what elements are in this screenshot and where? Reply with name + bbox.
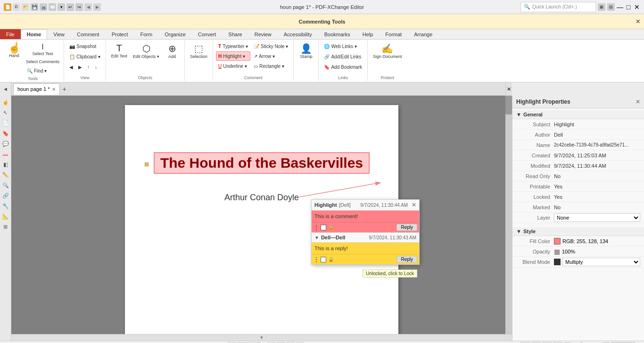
sidebar-grid-icon[interactable]: ⊞ bbox=[1, 222, 10, 231]
open-icon[interactable]: 📂 bbox=[22, 3, 29, 11]
typewriter-button[interactable]: T Typewriter ▾ bbox=[216, 41, 250, 51]
sidebar-search-icon[interactable]: 🔍 bbox=[1, 180, 10, 190]
tab-bookmarks[interactable]: Bookmarks bbox=[318, 29, 356, 39]
minimize-button[interactable]: — bbox=[617, 4, 623, 10]
select-comments-button[interactable]: Select Comments bbox=[25, 58, 61, 65]
edit-text-button[interactable]: T Edit Text bbox=[109, 41, 130, 74]
reply-chevron-icon[interactable]: ▼ bbox=[314, 235, 319, 240]
sidebar-measure-icon[interactable]: 📐 bbox=[1, 212, 10, 221]
nav-btn4[interactable]: ↓ bbox=[92, 62, 99, 72]
scroll-thumb[interactable] bbox=[505, 96, 512, 114]
reply-checkbox[interactable] bbox=[321, 257, 326, 262]
pdf-container[interactable]: The Hound of the Baskervilles Arthur Con… bbox=[11, 96, 512, 334]
quick-launch-box[interactable]: 🔍 Quick Launch (Ctrl+.) bbox=[520, 2, 596, 12]
forward-icon[interactable]: ▶ bbox=[93, 3, 101, 11]
selection-button[interactable]: ⬚ Selection bbox=[188, 41, 210, 74]
clipboard-button[interactable]: 📋 Clipboard ▾ bbox=[67, 52, 103, 61]
tab-share[interactable]: Share bbox=[222, 29, 248, 39]
doc-tab-main[interactable]: houn page 1 * ✕ bbox=[13, 83, 60, 95]
sidebar-signatures-icon[interactable]: ✏️ bbox=[1, 170, 10, 180]
tab-format[interactable]: Format bbox=[379, 29, 408, 39]
sign-document-button[interactable]: ✍️ Sign Document bbox=[371, 41, 405, 74]
tab-accessibility[interactable]: Accessibility bbox=[278, 29, 318, 39]
scroll-indicator[interactable]: ▼ bbox=[11, 334, 512, 341]
nav-btn1[interactable]: ◀ bbox=[67, 62, 75, 72]
commenting-toolbar-close[interactable]: ✕ bbox=[636, 18, 640, 25]
fill-color-swatch[interactable] bbox=[554, 238, 561, 245]
sidebar-highlight-icon[interactable]: ▬ bbox=[1, 149, 10, 159]
find-button[interactable]: 🔍 Find ▾ bbox=[25, 66, 61, 75]
underline-button[interactable]: U Underline ▾ bbox=[216, 61, 250, 71]
sidebar-layers-icon[interactable]: ◧ bbox=[1, 160, 10, 169]
rectangle-button[interactable]: ▭ Rectangle ▾ bbox=[251, 61, 290, 71]
tab-comment[interactable]: Comment bbox=[71, 29, 106, 39]
sticky-note-button[interactable]: 📝 Sticky Note ▾ bbox=[251, 41, 290, 51]
view-toggle-icon[interactable]: ⊞ bbox=[598, 3, 605, 11]
save-icon[interactable]: 💾 bbox=[31, 3, 38, 11]
scroll-down-icon: ▼ bbox=[259, 335, 264, 340]
popup-dots-menu[interactable]: ⋮ bbox=[314, 224, 319, 231]
sidebar-bookmarks-icon[interactable]: 🔖 bbox=[1, 129, 10, 138]
layer-select[interactable]: None bbox=[554, 213, 640, 222]
sidebar-cursor-icon[interactable]: ↖ bbox=[1, 108, 10, 117]
print-icon[interactable]: 🖨️ bbox=[40, 3, 47, 11]
tab-close-button[interactable]: ✕ bbox=[52, 87, 56, 92]
web-links-button[interactable]: 🌐 Web Links ▾ bbox=[322, 41, 364, 51]
properties-panel-close[interactable]: ✕ bbox=[636, 98, 640, 105]
close-view-button[interactable]: ✕ bbox=[505, 82, 512, 96]
tab-file[interactable]: File bbox=[0, 29, 21, 39]
tab-view[interactable]: View bbox=[47, 29, 71, 39]
ribbon-group-stamp: 👤 Stamp bbox=[294, 41, 319, 81]
sidebar-tools-icon[interactable]: 🔧 bbox=[1, 201, 10, 211]
sidebar-pages-icon[interactable]: 📄 bbox=[1, 118, 10, 128]
lock-tooltip: Unlocked, click to Lock bbox=[363, 270, 417, 278]
general-section-header[interactable]: ▼ General bbox=[512, 110, 644, 119]
highlight-button[interactable]: H Highlight ▾ bbox=[216, 51, 250, 61]
file-icon[interactable]: 📄 bbox=[4, 3, 11, 11]
snapshot-button[interactable]: 📷 Snapshot bbox=[67, 41, 103, 51]
arrow-button[interactable]: ↗ Arrow ▾ bbox=[251, 51, 290, 61]
redo-icon[interactable]: ↪ bbox=[75, 3, 83, 11]
add-bookmark-button[interactable]: 🔖 Add Bookmark bbox=[322, 62, 364, 72]
more-icon[interactable]: ▾ bbox=[58, 3, 65, 11]
stamp-button[interactable]: 👤 Stamp bbox=[297, 41, 315, 74]
scroll-bar[interactable] bbox=[505, 96, 512, 334]
popup-reply-button[interactable]: Reply bbox=[396, 224, 417, 231]
new-icon[interactable]: 🗋 bbox=[13, 3, 20, 11]
sidebar-hand-icon[interactable]: ☝ bbox=[1, 98, 10, 107]
tab-review[interactable]: Review bbox=[248, 29, 278, 39]
popup-lock-icon[interactable]: 🔒 bbox=[328, 224, 334, 231]
tab-home[interactable]: Home bbox=[21, 29, 48, 39]
blend-select[interactable]: Multiply bbox=[562, 258, 640, 266]
sidebar-link-icon[interactable]: 🔗 bbox=[1, 191, 10, 200]
sidebar-nav-icon[interactable]: ◀ bbox=[1, 84, 10, 94]
select-text-button[interactable]: I Select Text bbox=[25, 41, 61, 57]
email-icon[interactable]: ✉️ bbox=[49, 3, 56, 11]
blend-mode-row: Blend Mode Multiply bbox=[512, 257, 644, 268]
maximize-button[interactable]: □ bbox=[625, 4, 632, 10]
add-tab-button[interactable]: + bbox=[60, 84, 69, 94]
reply-reply-button[interactable]: Reply bbox=[396, 256, 417, 263]
popup-close-button[interactable]: ✕ bbox=[412, 202, 416, 208]
hand-button[interactable]: ☝️ Hand bbox=[5, 41, 24, 74]
close-button[interactable]: ✕ bbox=[634, 4, 640, 10]
reply-lock-icon[interactable]: 🔒 bbox=[328, 256, 334, 263]
tab-help[interactable]: Help bbox=[356, 29, 380, 39]
edit-objects-button[interactable]: ⬡ Edit Objects ▾ bbox=[131, 41, 162, 74]
sidebar-comments-icon[interactable]: 💬 bbox=[1, 139, 10, 148]
style-section-header[interactable]: ▼ Style bbox=[512, 227, 644, 236]
windows-icon[interactable]: ⊟ bbox=[607, 3, 615, 11]
nav-btn2[interactable]: ▶ bbox=[76, 62, 84, 72]
add-edit-links-button[interactable]: 🔗 Add/Edit Links bbox=[322, 52, 364, 61]
tab-protect[interactable]: Protect bbox=[106, 29, 134, 39]
undo-icon[interactable]: ↩ bbox=[66, 3, 74, 11]
tab-arrange[interactable]: Arrange bbox=[408, 29, 438, 39]
popup-checkbox[interactable] bbox=[321, 225, 326, 230]
nav-btn3[interactable]: ↑ bbox=[85, 62, 92, 72]
add-button[interactable]: ⊕ Add bbox=[163, 41, 182, 74]
tab-convert[interactable]: Convert bbox=[192, 29, 223, 39]
back-icon[interactable]: ◀ bbox=[84, 3, 92, 11]
reply-dots-menu[interactable]: ⋮ bbox=[314, 256, 319, 263]
tab-form[interactable]: Form bbox=[134, 29, 159, 39]
tab-organize[interactable]: Organize bbox=[158, 29, 192, 39]
